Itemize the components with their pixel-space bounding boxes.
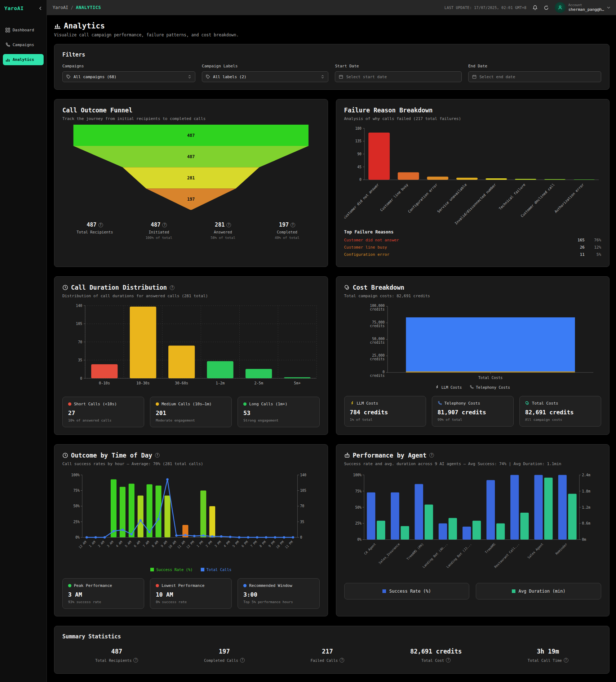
summary-stat: 82,691 creditsTotal Cost: [410, 648, 462, 663]
failure-title: Failure Reason Breakdown: [344, 107, 602, 114]
svg-text:11 PM: 11 PM: [284, 540, 294, 549]
info-icon[interactable]: [564, 658, 568, 663]
svg-text:0: 0: [300, 535, 302, 539]
legend-item[interactable]: LLM Costs: [435, 385, 462, 389]
mini-stat-head: Telephony Costs: [438, 401, 508, 406]
info-icon[interactable]: [162, 223, 167, 227]
mini-stat-head: LLM Costs: [350, 401, 420, 406]
sidebar-item-analytics[interactable]: Analytics: [3, 54, 44, 65]
agents-title: Performance by Agent: [344, 452, 602, 459]
timeofday-info-icon[interactable]: [155, 453, 160, 458]
sidebar-item-campaigns[interactable]: Campaigns: [3, 39, 44, 50]
mini-stat-head: Recommended Window: [243, 583, 314, 588]
failure-reason-pct: 5%: [585, 252, 601, 257]
legend-item[interactable]: Telephony Costs: [470, 385, 510, 389]
svg-text:3 AM: 3 AM: [106, 540, 114, 548]
agents-card: Performance by Agent Success rate and av…: [336, 444, 610, 616]
svg-text:0: 0: [80, 376, 82, 380]
legend-item[interactable]: Success Rate (%): [150, 567, 192, 572]
funnel-stat-label: Initiated: [137, 230, 181, 234]
info-icon[interactable]: [446, 658, 451, 663]
info-icon[interactable]: [340, 658, 344, 663]
legend-square-icon: [382, 589, 386, 593]
notifications-button[interactable]: [532, 5, 538, 10]
summary-stat-value: 487: [95, 648, 138, 655]
svg-text:10-30s: 10-30s: [136, 382, 150, 385]
duration-info-icon[interactable]: [170, 285, 174, 290]
charts-row-1: Call Outcome Funnel Track the journey fr…: [54, 99, 610, 267]
svg-text:Customer declined call: Customer declined call: [520, 183, 555, 218]
mini-stat-card: Recommended Window3:00Top 5% performance…: [238, 578, 319, 609]
svg-text:credits: credits: [370, 341, 385, 345]
svg-text:credits: credits: [370, 374, 385, 378]
funnel-chart: 487487281197: [62, 125, 320, 219]
mini-stat-value: 201: [156, 410, 226, 416]
duration-stats: Short Calls (<10s)2710% of answered call…: [62, 397, 320, 427]
svg-text:2 PM: 2 PM: [205, 540, 213, 548]
agent-legend-box[interactable]: Success Rate (%): [344, 583, 470, 599]
mini-stat-value: 10 AM: [156, 591, 226, 598]
legend-label: Success Rate (%): [156, 567, 192, 572]
agents-info-icon[interactable]: [429, 453, 434, 458]
funnel-stat-value: 197: [265, 222, 309, 228]
summary-stat: 197Completed Calls: [204, 648, 245, 663]
mini-stat-value: 81,907 credits: [438, 409, 508, 416]
legend-dot-icon: [243, 584, 247, 587]
account-menu[interactable]: Account sherman_pang@h…: [555, 2, 610, 13]
page-content: Analytics Visualize call campaign perfor…: [47, 15, 616, 682]
info-icon[interactable]: [98, 223, 103, 227]
failure-reason-count: 165: [568, 238, 585, 242]
start-date-input[interactable]: Select start date: [335, 71, 461, 82]
sidebar-header: YaroAI: [0, 0, 46, 17]
failure-reason-count: 26: [568, 245, 585, 250]
svg-text:70: 70: [300, 504, 304, 508]
filter-label: Start Date: [335, 64, 461, 68]
svg-text:Landing Bot (Ah...: Landing Bot (Ah...: [422, 542, 448, 569]
top-failure-title: Top Failure Reasons: [344, 229, 602, 235]
charts-row-3: Outcome by Time of Day Call success rate…: [54, 444, 610, 616]
bell-icon: [532, 5, 538, 10]
phone-icon: [470, 385, 474, 389]
info-icon[interactable]: [226, 223, 231, 227]
filter-label: Campaigns: [62, 64, 195, 68]
svg-text:Landing Bot (JJ...: Landing Bot (JJ...: [446, 542, 472, 569]
tag-icon: [66, 75, 71, 79]
mini-stat-head: Lowest Performance: [156, 583, 226, 588]
info-icon[interactable]: [291, 223, 295, 227]
sidebar-nav: Dashboard Campaigns Analytics: [0, 17, 46, 65]
filter-start-date: Start Date Select start date: [335, 64, 461, 82]
top-failure-rows: Customer did not answer16576%Customer li…: [344, 238, 602, 257]
campaigns-select-value: All campaigns (68): [74, 75, 185, 79]
top-failure-row: Customer line busy2612%: [344, 245, 602, 250]
agent-legend-box[interactable]: Avg Duration (min): [476, 583, 601, 599]
sidebar-item-label: Campaigns: [13, 43, 34, 47]
campaigns-select[interactable]: All campaigns (68): [62, 71, 195, 82]
svg-text:credits: credits: [370, 308, 385, 312]
funnel-card: Call Outcome Funnel Track the journey fr…: [54, 99, 328, 267]
failure-reason-name: Customer did not answer: [344, 238, 568, 242]
refresh-button[interactable]: [544, 5, 549, 10]
svg-text:50%: 50%: [355, 505, 362, 509]
timeofday-title-text: Outcome by Time of Day: [71, 452, 152, 459]
svg-text:12 AM: 12 AM: [78, 540, 87, 549]
cost-title-text: Cost Breakdown: [353, 284, 404, 291]
breadcrumb-root[interactable]: YaroAI: [53, 5, 68, 10]
breadcrumb-current: ANALYTICS: [76, 5, 101, 10]
sidebar-item-dashboard[interactable]: Dashboard: [3, 24, 44, 36]
svg-text:Configuration error: Configuration error: [407, 183, 438, 214]
svg-text:100%: 100%: [353, 473, 361, 477]
bolt-icon: [350, 401, 354, 405]
charts-row-2: Call Duration Distribution Distribution …: [54, 276, 610, 435]
sidebar-item-label: Dashboard: [13, 28, 34, 32]
sidebar-collapse-button[interactable]: [39, 6, 42, 10]
mini-stat-value: 27: [68, 410, 138, 416]
info-icon[interactable]: [133, 658, 138, 663]
funnel-stat-value: 487: [137, 222, 181, 228]
svg-text:487: 487: [187, 133, 195, 138]
labels-select[interactable]: All labels (2): [202, 71, 328, 82]
end-date-input[interactable]: Select end date: [468, 71, 601, 82]
info-icon[interactable]: [240, 658, 245, 663]
legend-item[interactable]: Total Calls: [201, 567, 232, 572]
funnel-stat-value: 281: [201, 222, 245, 228]
svg-text:90: 90: [357, 152, 362, 156]
